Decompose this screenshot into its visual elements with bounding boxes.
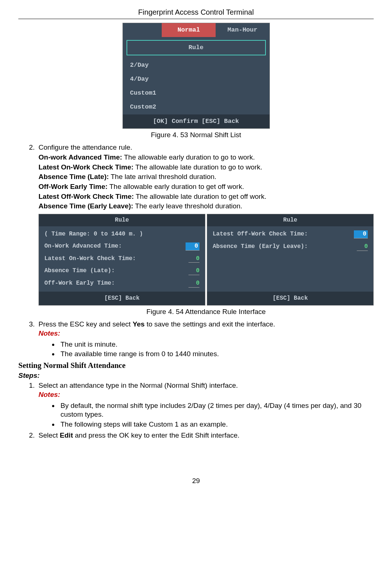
row-label: Latest Off-Work Check Time: — [213, 230, 308, 238]
fig53-tab-normal: Normal — [162, 23, 216, 37]
fig54-right-title: Rule — [207, 214, 373, 226]
fig54-right-body: Latest Off-Work Check Time:0 Absence Tim… — [207, 226, 373, 292]
row-value: 0 — [188, 280, 199, 288]
notes-label: Notes: — [39, 390, 374, 399]
row-value: 0 — [188, 255, 199, 263]
notes-label: Notes: — [39, 329, 374, 338]
row-value: 0 — [188, 267, 199, 275]
def-latest-offwork: Latest Off-Work Check Time: The allowabl… — [39, 192, 374, 201]
row-label: Latest On-Work Check Time: — [44, 255, 136, 263]
fig53-tabs: Normal Man-Hour — [123, 23, 270, 37]
fig54-row-absence-early-leave: Absence Time (Early Leave):0 — [211, 241, 370, 253]
shift-step-2-pre: Select — [39, 431, 60, 439]
fig53-rule-selected: Rule — [127, 40, 266, 55]
row-value: 0 — [354, 230, 368, 238]
def-term: Latest On-Work Check Time: — [39, 163, 133, 171]
fig53-footer: [OK] Confirm [ESC] Back — [123, 114, 270, 128]
fig54-row-onwork-advanced: On-Work Advanced Time:0 — [43, 240, 201, 253]
fig53-tab-blank — [123, 23, 162, 37]
def-term: Off-Work Early Time: — [39, 183, 107, 190]
def-term: Absence Time (Late): — [39, 173, 109, 180]
def-latest-onwork: Latest On-Work Check Time: The allowable… — [39, 163, 374, 172]
step-3-bold: Yes — [133, 320, 145, 328]
fig54-left-footer: [ESC] Back — [39, 292, 205, 305]
row-label: Absence Time (Early Leave): — [213, 243, 308, 251]
fig54-time-range: ( Time Range: 0 to 1440 m. ) — [43, 228, 201, 240]
fig54-left-body: ( Time Range: 0 to 1440 m. ) On-Work Adv… — [39, 226, 205, 292]
fig54-row-latest-onwork: Latest On-Work Check Time:0 — [43, 253, 201, 265]
step-2: Configure the attendance rule. On-work A… — [37, 143, 374, 316]
fig54-right-footer: [ESC] Back — [207, 292, 373, 305]
figure-54-caption: Figure 4. 54 Attendance Rule Interface — [39, 307, 374, 317]
def-desc: The allowable late duration to go to wor… — [133, 163, 262, 171]
row-label: Off-Work Early Time: — [44, 280, 115, 288]
def-absence-late: Absence Time (Late): The late arrival th… — [39, 172, 374, 182]
fig54-row-absence-late: Absence Time (Late):0 — [43, 265, 201, 277]
shift-step-2: Select Edit and press the OK key to ente… — [37, 431, 374, 440]
def-absence-early-leave: Absence Time (Early Leave): The early le… — [39, 202, 374, 211]
steps-list-a: Configure the attendance rule. On-work A… — [18, 143, 374, 359]
note-unit-minute: The unit is minute. — [59, 340, 374, 349]
def-desc: The early leave threshold duration. — [133, 202, 242, 210]
figure-53-screenshot: Normal Man-Hour Rule 2/Day 4/Day Custom1… — [122, 23, 270, 129]
shift-step-1-notes: By default, the normal shift type includ… — [39, 401, 374, 429]
fig53-item-custom2: Custom2 — [123, 100, 270, 114]
row-label: On-Work Advanced Time: — [44, 242, 122, 251]
figure-53-caption: Figure 4. 53 Normal Shift List — [18, 131, 374, 140]
note-time-range: The available time range is from 0 to 14… — [59, 350, 374, 359]
shift-step-1-text: Select an attendance type in the Normal … — [39, 381, 238, 389]
fig53-tab-manhour: Man-Hour — [216, 23, 270, 37]
def-onwork-advanced: On-work Advanced Time: The allowable ear… — [39, 153, 374, 162]
row-label: Absence Time (Late): — [44, 267, 115, 275]
def-term: Latest Off-Work Check Time: — [39, 193, 134, 200]
figure-54-screenshot: Rule ( Time Range: 0 to 1440 m. ) On-Wor… — [39, 214, 374, 306]
fig54-left-title: Rule — [39, 214, 205, 226]
row-value: 0 — [186, 242, 199, 251]
subsection-title: Setting Normal Shift Attendance — [18, 361, 374, 370]
fig54-left-panel: Rule ( Time Range: 0 to 1440 m. ) On-Wor… — [39, 214, 205, 306]
def-offwork-early: Off-Work Early Time: The allowable early… — [39, 182, 374, 191]
page-header: Fingerprint Access Control Terminal — [18, 7, 374, 19]
fig54-range-text: ( Time Range: 0 to 1440 m. ) — [44, 230, 143, 238]
def-term: On-work Advanced Time: — [39, 153, 122, 161]
row-value: 0 — [357, 243, 368, 251]
steps-list-b: Select an attendance type in the Normal … — [18, 381, 374, 440]
fig54-right-panel: Rule Latest Off-Work Check Time:0 Absenc… — [207, 214, 374, 306]
note-default-shift-types: By default, the normal shift type includ… — [59, 401, 374, 419]
def-desc: The late arrival threshold duration. — [109, 173, 216, 180]
step-2-intro: Configure the attendance rule. — [39, 143, 132, 151]
step-3-post: to save the settings and exit the interf… — [144, 320, 275, 328]
page-number: 29 — [18, 476, 374, 486]
fig53-item-custom1: Custom1 — [123, 86, 270, 100]
step-3-pre: Press the ESC key and select — [39, 320, 133, 328]
def-desc: The allowable early duration to go to wo… — [122, 153, 255, 161]
steps-label: Steps: — [18, 371, 374, 380]
fig54-row-latest-offwork: Latest Off-Work Check Time:0 — [211, 228, 370, 241]
step-3: Press the ESC key and select Yes to save… — [37, 320, 374, 359]
shift-step-1: Select an attendance type in the Normal … — [37, 381, 374, 429]
note-custom1-example: The following steps will take Custom 1 a… — [59, 420, 374, 429]
def-desc: The allowable late duration to get off w… — [134, 193, 267, 200]
fig53-item-4day: 4/Day — [123, 72, 270, 86]
shift-step-2-post: and press the OK key to enter the Edit S… — [73, 431, 239, 439]
fig54-row-offwork-early: Off-Work Early Time:0 — [43, 277, 201, 290]
def-desc: The allowable early duration to get off … — [107, 183, 244, 190]
def-term: Absence Time (Early Leave): — [39, 202, 133, 210]
fig53-item-2day: 2/Day — [123, 58, 270, 72]
shift-step-2-bold: Edit — [60, 431, 73, 439]
step-3-notes: The unit is minute. The available time r… — [39, 340, 374, 359]
